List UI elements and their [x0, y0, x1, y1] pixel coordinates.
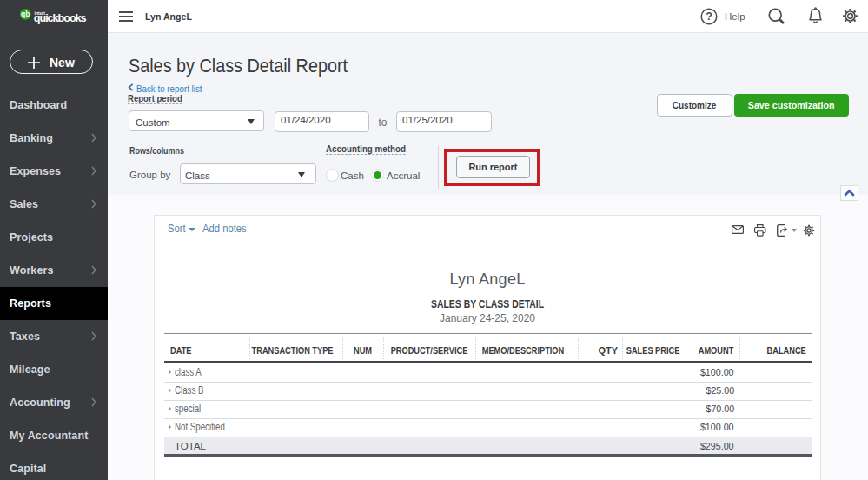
svg-text:quickbooks: quickbooks: [34, 12, 87, 24]
svg-text:qb: qb: [21, 10, 30, 18]
svg-text:?: ?: [706, 10, 712, 23]
